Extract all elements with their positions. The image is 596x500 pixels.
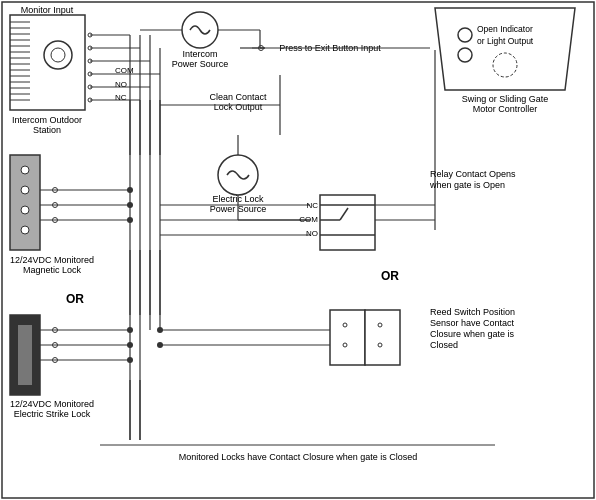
svg-point-54 [21,206,29,214]
monitor-input-label: Monitor Input [21,5,74,15]
reed-switch-label3: Closure when gate is [430,329,515,339]
intercom-power-label: Intercom [182,49,217,59]
svg-point-55 [21,226,29,234]
svg-point-82 [127,327,133,333]
com-label: COM [115,66,134,75]
intercom-power-label2: Power Source [172,59,229,69]
relay-contact-label2: when gate is Open [429,180,505,190]
reed-switch-label: Reed Switch Position [430,307,515,317]
svg-point-106 [157,327,163,333]
svg-point-53 [21,186,29,194]
or-label-1: OR [66,292,84,306]
svg-point-52 [21,166,29,174]
svg-point-83 [127,342,133,348]
svg-point-107 [157,342,163,348]
swing-gate-label: Swing or Sliding Gate [462,94,549,104]
svg-point-27 [458,28,472,42]
magnetic-lock-label2: Magnetic Lock [23,265,82,275]
no-relay-label: NO [306,229,318,238]
clean-contact-label: Clean Contact [209,92,267,102]
svg-rect-98 [330,310,365,365]
svg-point-28 [458,48,472,62]
reed-switch-label2: Sensor have Contact [430,318,515,328]
no-label: NO [115,80,127,89]
intercom-outdoor-label: Intercom Outdoor [12,115,82,125]
open-indicator-label: Open Indicator [477,24,533,34]
open-indicator-label2: or Light Output [477,36,534,46]
or-label-2: OR [381,269,399,283]
wiring-diagram: Monitor Input Intercom Outdoor Station I… [0,0,596,500]
nc-label: NC [115,93,127,102]
magnetic-lock-label: 12/24VDC Monitored [10,255,94,265]
electric-strike-label2: Electric Strike Lock [14,409,91,419]
clean-contact-label2: Lock Output [214,102,263,112]
swing-gate-label2: Motor Controller [473,104,538,114]
reed-switch-label4: Closed [430,340,458,350]
svg-point-79 [127,187,133,193]
com-relay-label: COM [299,215,318,224]
svg-point-81 [127,217,133,223]
svg-rect-88 [320,195,375,250]
nc-relay-label: NC [306,201,318,210]
svg-point-84 [127,357,133,363]
svg-rect-99 [365,310,400,365]
monitored-locks-label: Monitored Locks have Contact Closure whe… [179,452,418,462]
electric-strike-label: 12/24VDC Monitored [10,399,94,409]
svg-point-80 [127,202,133,208]
svg-rect-66 [18,325,32,385]
intercom-outdoor-label2: Station [33,125,61,135]
svg-rect-1 [10,15,85,110]
relay-contact-label: Relay Contact Opens [430,169,516,179]
